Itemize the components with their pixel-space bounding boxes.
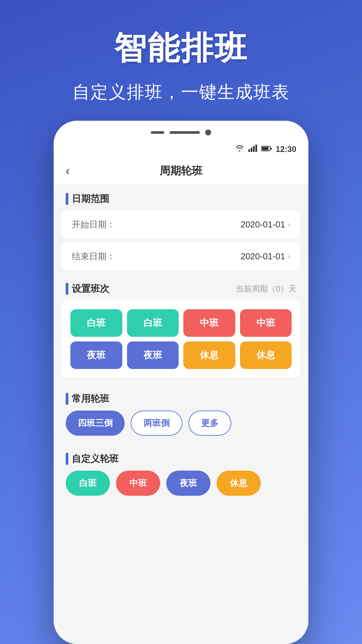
end-date-value: 2020-01-01	[241, 251, 285, 262]
svg-rect-3	[255, 145, 257, 152]
custom-rotation-title-row: 自定义轮班	[66, 452, 119, 465]
custom-rotation-section: 自定义轮班 白班 中班 夜班 休息	[54, 444, 308, 496]
svg-rect-2	[253, 146, 255, 152]
notch-dash-short	[151, 131, 164, 134]
custom-rotation-buttons: 白班 中班 夜班 休息	[54, 471, 308, 496]
svg-rect-6	[270, 148, 272, 150]
shift-grid-container: 白班 白班 中班 中班 夜班 夜班 休息 休息	[62, 301, 300, 378]
common-rotation-dot	[66, 393, 68, 405]
custom-rotation-header: 自定义轮班	[54, 444, 308, 471]
phone-top-bar	[54, 121, 308, 141]
header-area: 智能排班 自定义排班，一键生成班表	[0, 0, 362, 121]
shift-btn-0[interactable]: 白班	[70, 309, 122, 337]
custom-day-shift-button[interactable]: 白班	[66, 471, 110, 496]
date-range-title-row: 日期范围	[66, 193, 109, 205]
end-date-card[interactable]: 结束日期： 2020-01-01 ›	[62, 243, 300, 270]
more-shift-button[interactable]: 更多	[188, 411, 231, 436]
custom-rotation-title: 自定义轮班	[72, 452, 119, 465]
shift-title-row: 设置班次	[66, 282, 109, 295]
custom-rotation-dot	[66, 453, 68, 465]
shift-btn-6[interactable]: 休息	[183, 341, 235, 369]
svg-rect-5	[262, 147, 268, 150]
start-date-card[interactable]: 开始日期： 2020-01-01 ›	[62, 211, 300, 238]
common-rotation-buttons: 四班三倒 两班倒 更多	[54, 411, 308, 441]
date-range-dot	[66, 193, 68, 205]
four-shift-button[interactable]: 四班三倒	[66, 411, 125, 436]
sub-title: 自定义排班，一键生成班表	[20, 80, 342, 104]
status-time: 12:30	[276, 145, 296, 154]
svg-rect-0	[248, 149, 250, 152]
shift-btn-1[interactable]: 白班	[127, 309, 179, 337]
battery-icon	[261, 145, 272, 154]
end-date-value-row: 2020-01-01 ›	[241, 251, 290, 262]
shift-btn-5[interactable]: 夜班	[127, 341, 179, 369]
start-date-value-row: 2020-01-01 ›	[241, 219, 290, 230]
content-area: 日期范围 开始日期： 2020-01-01 › 结束日期： 2020-01-01…	[54, 184, 308, 644]
shift-btn-7[interactable]: 休息	[240, 341, 292, 369]
two-shift-button[interactable]: 两班倒	[131, 411, 182, 436]
end-date-label: 结束日期：	[72, 251, 115, 262]
svg-rect-1	[251, 148, 252, 152]
notch-dash-long	[170, 131, 200, 134]
wifi-icon	[235, 145, 244, 154]
common-rotation-section: 常用轮班 四班三倒 两班倒 更多	[54, 384, 308, 444]
status-bar: 12:30	[54, 141, 308, 158]
notch-camera	[205, 129, 211, 136]
start-date-label: 开始日期：	[72, 219, 115, 230]
back-button[interactable]: ‹	[66, 164, 86, 178]
common-rotation-title: 常用轮班	[72, 392, 109, 405]
common-rotation-title-row: 常用轮班	[66, 392, 109, 405]
end-date-chevron-icon: ›	[288, 252, 290, 261]
nav-bar: ‹ 周期轮班	[54, 158, 308, 184]
start-date-value: 2020-01-01	[241, 219, 285, 230]
nav-title: 周期轮班	[86, 164, 276, 178]
main-title: 智能排班	[20, 27, 342, 70]
shift-btn-2[interactable]: 中班	[183, 309, 235, 337]
date-range-title: 日期范围	[72, 193, 109, 205]
signal-icon	[248, 145, 257, 154]
shift-grid: 白班 白班 中班 中班 夜班 夜班 休息 休息	[67, 306, 295, 372]
common-rotation-header: 常用轮班	[54, 384, 308, 411]
custom-mid-shift-button[interactable]: 中班	[116, 471, 160, 496]
shift-title: 设置班次	[72, 282, 109, 295]
custom-rest-button[interactable]: 休息	[217, 471, 261, 496]
shift-btn-4[interactable]: 夜班	[70, 341, 122, 369]
date-range-section-header: 日期范围	[54, 184, 308, 211]
shift-section-header: 设置班次 当前周期（0）天	[54, 274, 308, 301]
shift-cycle-note: 当前周期（0）天	[236, 283, 296, 294]
shift-dot	[66, 283, 68, 295]
start-date-chevron-icon: ›	[288, 220, 290, 229]
custom-night-shift-button[interactable]: 夜班	[166, 471, 210, 496]
shift-btn-3[interactable]: 中班	[240, 309, 292, 337]
phone-mockup: 12:30 ‹ 周期轮班 日期范围 开始日期： 2020-01-01 › 结束日…	[54, 121, 308, 644]
